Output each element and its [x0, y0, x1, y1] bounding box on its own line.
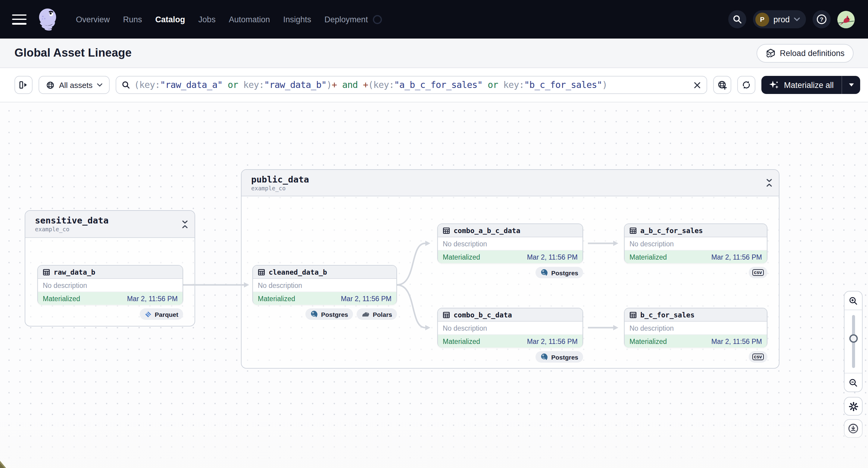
asset-node-cleaned_data_b[interactable]: cleaned_data_b No description Materializ…: [252, 265, 397, 305]
nav-item-automation[interactable]: Automation: [229, 15, 270, 24]
status-badge: Materialized: [443, 338, 480, 345]
materialized-timestamp: Mar 2, 11:56 PM: [527, 338, 578, 345]
asset-description: No description: [253, 279, 396, 292]
materialize-options-button[interactable]: [841, 76, 860, 94]
corner-decoration: [0, 461, 8, 468]
table-icon: [443, 227, 450, 234]
deployment-switcher[interactable]: P prod: [753, 10, 806, 28]
zoom-slider[interactable]: [844, 310, 862, 373]
nav-item-insights[interactable]: Insights: [283, 15, 311, 24]
nav-item-catalog[interactable]: Catalog: [155, 15, 185, 24]
lineage-canvas[interactable]: sensitive_data example_co public_data ex…: [0, 103, 868, 468]
asset-status-row: Materialized Mar 2, 11:56 PM: [38, 292, 183, 305]
asset-scope-dropdown[interactable]: All assets: [38, 76, 109, 94]
nav-item-deployment[interactable]: Deployment: [324, 15, 368, 24]
tag-csv[interactable]: csv: [748, 267, 767, 278]
group-name: public_data: [251, 175, 309, 185]
nav-item-runs[interactable]: Runs: [123, 15, 142, 24]
postgres-icon: [310, 310, 318, 318]
materialized-timestamp: Mar 2, 11:56 PM: [127, 295, 178, 302]
asset-name: combo_a_b_c_data: [454, 226, 521, 235]
tag-polars[interactable]: Polars: [356, 308, 397, 320]
hamburger-menu-icon[interactable]: [12, 14, 27, 24]
deployment-initial-badge: P: [755, 12, 769, 26]
asset-tags-b_c_for_sales: csv: [748, 351, 767, 363]
asset-node-raw_data_b[interactable]: raw_data_b No description Materialized M…: [37, 265, 183, 305]
status-badge: Materialized: [629, 253, 667, 260]
polars-icon: [362, 311, 370, 317]
help-icon: ?: [816, 14, 827, 25]
sparkles-icon: [770, 80, 779, 90]
open-sidebar-button[interactable]: [14, 76, 33, 94]
asset-status-row: Materialized Mar 2, 11:56 PM: [438, 251, 583, 263]
asset-description: No description: [625, 237, 767, 251]
tag-csv[interactable]: csv: [748, 351, 767, 363]
asset-description: No description: [38, 279, 183, 292]
asset-description: No description: [438, 237, 583, 251]
tag-postgres[interactable]: Postgres: [535, 267, 583, 278]
asset-description: No description: [625, 322, 767, 335]
cube-reload-icon: [765, 48, 776, 58]
top-nav: Overview Runs Catalog Jobs Automation In…: [0, 0, 868, 38]
asset-tags-cleaned_data_b: Postgres Polars: [305, 308, 397, 320]
tag-postgres[interactable]: Postgres: [305, 308, 353, 320]
search-button[interactable]: [728, 10, 746, 28]
user-avatar[interactable]: [837, 10, 855, 28]
asset-status-row: Materialized Mar 2, 11:56 PM: [625, 335, 767, 347]
asset-node-combo_a_b_c_data[interactable]: combo_a_b_c_data No description Material…: [437, 223, 583, 263]
lineage-toolbar: All assets (key:"raw_data_a" or key:"raw…: [0, 68, 868, 102]
asset-scope-label: All assets: [59, 81, 92, 89]
table-icon: [629, 227, 637, 234]
download-graph-button[interactable]: [844, 419, 863, 438]
asset-tags-combo_a_b_c_data: Postgres: [535, 267, 583, 278]
tag-postgres[interactable]: Postgres: [535, 351, 583, 363]
zoom-in-button[interactable]: [844, 291, 862, 310]
reload-definitions-label: Reload definitions: [780, 49, 844, 58]
zoom-slider-knob[interactable]: [849, 334, 858, 343]
clear-search-icon[interactable]: [693, 81, 702, 89]
page-header: Global Asset Lineage Reload definitions: [0, 38, 868, 68]
fetch-external-assets-button[interactable]: [713, 76, 732, 94]
asset-name: a_b_c_for_sales: [640, 226, 703, 235]
materialize-all-button[interactable]: Materialize all: [762, 76, 841, 94]
tag-parquet[interactable]: Parquet: [140, 308, 183, 320]
zoom-in-icon: [849, 296, 858, 305]
asset-node-b_c_for_sales[interactable]: b_c_for_sales No description Materialize…: [624, 308, 767, 347]
group-header-public_data[interactable]: public_data example_co: [242, 170, 779, 196]
materialize-all-split-button: Materialize all: [762, 76, 860, 94]
download-icon: [848, 424, 858, 434]
nav-item-jobs[interactable]: Jobs: [198, 15, 216, 24]
collapse-group-icon[interactable]: [181, 220, 189, 228]
svg-text:?: ?: [820, 16, 824, 23]
chevron-down-icon: [794, 18, 800, 21]
parquet-icon: [145, 311, 152, 318]
asset-status-row: Materialized Mar 2, 11:56 PM: [625, 251, 767, 263]
canvas-bottom-fade: [0, 414, 868, 468]
table-icon: [629, 311, 637, 318]
panel-expand-icon: [19, 80, 28, 90]
asset-node-combo_b_c_data[interactable]: combo_b_c_data No description Materializ…: [437, 308, 583, 347]
graph-settings-button[interactable]: [844, 397, 863, 415]
help-button[interactable]: ?: [813, 10, 831, 28]
reload-definitions-button[interactable]: Reload definitions: [756, 44, 854, 62]
csv-icon: csv: [752, 353, 764, 361]
status-badge: Materialized: [43, 295, 80, 302]
search-query[interactable]: (key:"raw_data_a" or key:"raw_data_b")+ …: [134, 80, 689, 90]
group-header-sensitive_data[interactable]: sensitive_data example_co: [25, 211, 194, 238]
dagster-logo[interactable]: [35, 7, 60, 32]
zoom-panel: [844, 291, 863, 392]
asset-name: cleaned_data_b: [269, 268, 327, 276]
materialized-timestamp: Mar 2, 11:56 PM: [341, 295, 392, 302]
page-title: Global Asset Lineage: [14, 46, 132, 60]
asset-tags-a_b_c_for_sales: csv: [748, 267, 767, 278]
collapse-group-icon[interactable]: [766, 178, 773, 187]
nav-item-overview[interactable]: Overview: [76, 15, 110, 24]
zoom-out-button[interactable]: [844, 373, 862, 392]
group-location: example_co: [251, 185, 309, 191]
asset-status-row: Materialized Mar 2, 11:56 PM: [438, 335, 583, 347]
tag-label: Polars: [373, 311, 392, 318]
refresh-button[interactable]: [738, 76, 756, 94]
asset-name: b_c_for_sales: [640, 311, 694, 319]
asset-query-input[interactable]: (key:"raw_data_a" or key:"raw_data_b")+ …: [115, 76, 708, 94]
asset-node-a_b_c_for_sales[interactable]: a_b_c_for_sales No description Materiali…: [624, 223, 767, 263]
